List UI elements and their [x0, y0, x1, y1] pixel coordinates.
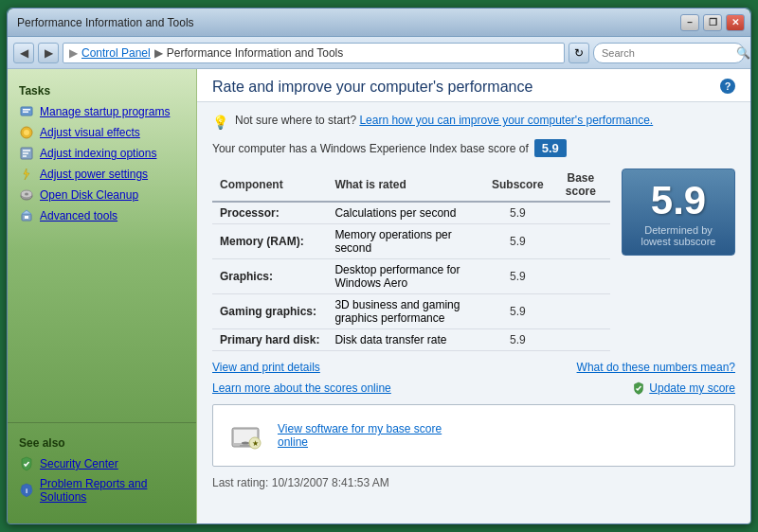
- sidebar-item-problem-reports-label: Problem Reports and Solutions: [40, 477, 185, 504]
- svg-rect-14: [25, 216, 28, 219]
- svg-text:i: i: [26, 487, 27, 495]
- sidebar-item-problem-reports[interactable]: i Problem Reports and Solutions: [8, 474, 196, 506]
- main-area: Tasks Manage startup programs Adjust vis…: [8, 69, 750, 523]
- breadcrumb-root-icon: ▶: [69, 46, 78, 60]
- update-shield-icon: [632, 381, 645, 395]
- minimize-button[interactable]: –: [680, 14, 699, 31]
- subscore-cell: 5.9: [484, 202, 551, 224]
- col-component: Component: [212, 168, 327, 202]
- last-rating-text: Last rating: 10/13/2007 8:41:53 AM: [212, 476, 389, 489]
- hint-link[interactable]: Learn how you can improve your computer'…: [359, 114, 653, 127]
- what-cell: Disk data transfer rate: [327, 329, 484, 351]
- sidebar-item-adjust-visual[interactable]: Adjust visual effects: [8, 122, 196, 143]
- restore-button[interactable]: ❐: [703, 14, 722, 31]
- subscore-cell: 5.9: [484, 329, 551, 351]
- col-subscore: Subscore: [484, 168, 551, 202]
- sidebar-item-adjust-indexing-label: Adjust indexing options: [40, 147, 156, 160]
- breadcrumb-home[interactable]: Control Panel: [81, 46, 151, 60]
- basescore-cell: [551, 224, 610, 259]
- bulb-icon: 💡: [212, 115, 227, 130]
- software-link-line1[interactable]: View software for my base score: [278, 422, 442, 435]
- action-links-row2: Learn more about the scores online Updat…: [212, 381, 735, 395]
- table-row: Graphics: Desktop performance for Window…: [212, 259, 610, 294]
- component-cell: Memory (RAM):: [212, 224, 327, 259]
- sidebar-spacer: [8, 226, 196, 422]
- table-row: Gaming graphics: 3D business and gaming …: [212, 294, 610, 329]
- manage-startup-icon: [19, 104, 34, 119]
- help-icon[interactable]: ?: [720, 79, 735, 94]
- content-body: 💡 Not sure where to start? Learn how you…: [197, 102, 750, 523]
- subscore-cell: 5.9: [484, 294, 551, 329]
- page-title: Rate and improve your computer's perform…: [212, 79, 532, 96]
- search-box: 🔍: [593, 43, 745, 63]
- window-controls: – ❐ ✕: [680, 14, 745, 31]
- refresh-button[interactable]: ↻: [568, 43, 589, 63]
- table-row: Primary hard disk: Disk data transfer ra…: [212, 329, 610, 351]
- performance-table-wrapper: Component What is rated Subscore Base sc…: [212, 168, 735, 351]
- numbers-mean-link[interactable]: What do these numbers mean?: [577, 361, 735, 374]
- search-icon: 🔍: [736, 46, 750, 60]
- breadcrumb-separator: ▶: [154, 46, 163, 60]
- svg-marker-13: [22, 210, 31, 214]
- sidebar-item-open-disk[interactable]: Open Disk Cleanup: [8, 185, 196, 205]
- back-button[interactable]: ◀: [13, 43, 34, 63]
- basescore-cell: [551, 294, 610, 329]
- software-link-line2[interactable]: online: [278, 435, 308, 449]
- view-print-link[interactable]: View and print details: [212, 361, 320, 374]
- learn-online-link[interactable]: Learn more about the scores online: [212, 381, 391, 395]
- software-box: ★ View software for my base score online: [212, 404, 735, 467]
- performance-table: Component What is rated Subscore Base sc…: [212, 168, 610, 351]
- tasks-title: Tasks: [8, 79, 196, 101]
- sidebar-item-adjust-indexing[interactable]: Adjust indexing options: [8, 143, 196, 164]
- col-basescore: Base score: [551, 168, 610, 202]
- main-window: Performance Information and Tools – ❐ ✕ …: [7, 8, 751, 524]
- open-disk-icon: [19, 187, 34, 203]
- title-bar: Performance Information and Tools – ❐ ✕: [8, 9, 750, 37]
- action-links-row1: View and print details What do these num…: [212, 361, 735, 374]
- what-cell: Memory operations per second: [327, 224, 484, 259]
- svg-point-11: [25, 193, 28, 196]
- basescore-cell: [551, 202, 610, 224]
- score-big-number: 5.9: [651, 181, 706, 221]
- adjust-indexing-icon: [19, 146, 34, 161]
- score-big-box: 5.9 Determined by lowest subscore: [622, 168, 735, 256]
- subscore-cell: 5.9: [484, 259, 551, 294]
- close-button[interactable]: ✕: [726, 14, 745, 31]
- wex-score-badge: 5.9: [534, 139, 567, 157]
- sidebar-item-advanced-tools[interactable]: Advanced tools: [8, 205, 196, 226]
- sidebar-item-manage-startup-label: Manage startup programs: [40, 105, 170, 118]
- search-input[interactable]: [602, 47, 732, 59]
- svg-point-19: [242, 442, 249, 445]
- svg-point-4: [24, 130, 29, 135]
- component-cell: Processor:: [212, 202, 327, 224]
- problem-reports-icon: i: [19, 483, 34, 498]
- sidebar-item-open-disk-label: Open Disk Cleanup: [40, 188, 138, 202]
- svg-text:★: ★: [252, 439, 259, 448]
- content-pane: Rate and improve your computer's perform…: [197, 69, 750, 523]
- subscore-cell: 5.9: [484, 224, 551, 259]
- sidebar-item-adjust-power[interactable]: Adjust power settings: [8, 164, 196, 185]
- basescore-cell: [551, 329, 610, 351]
- what-cell: Calculations per second: [327, 202, 484, 224]
- sidebar-item-security-center[interactable]: Security Center: [8, 453, 196, 474]
- advanced-tools-icon: [19, 208, 34, 223]
- hint-text: Not sure where to start? Learn how you c…: [235, 114, 653, 127]
- sidebar-item-manage-startup[interactable]: Manage startup programs: [8, 101, 196, 122]
- update-score-link[interactable]: Update my score: [649, 381, 735, 395]
- sidebar-item-adjust-power-label: Adjust power settings: [40, 168, 148, 181]
- window-title: Performance Information and Tools: [17, 16, 194, 29]
- software-icon: ★: [225, 415, 266, 456]
- what-cell: Desktop performance for Windows Aero: [327, 259, 484, 294]
- security-center-icon: [19, 456, 34, 471]
- sidebar: Tasks Manage startup programs Adjust vis…: [8, 69, 197, 523]
- wex-score-row: Your computer has a Windows Experience I…: [212, 139, 735, 157]
- what-cell: 3D business and gaming graphics performa…: [327, 294, 484, 329]
- forward-button[interactable]: ▶: [38, 43, 59, 63]
- wex-prefix: Your computer has a Windows Experience I…: [212, 142, 529, 155]
- breadcrumb: ▶ Control Panel ▶ Performance Informatio…: [63, 43, 565, 63]
- software-box-text: View software for my base score online: [278, 422, 442, 449]
- score-big-label: Determined by lowest subscore: [630, 224, 727, 247]
- basescore-cell: [551, 259, 610, 294]
- svg-rect-1: [23, 109, 30, 111]
- hint-row: 💡 Not sure where to start? Learn how you…: [212, 114, 735, 130]
